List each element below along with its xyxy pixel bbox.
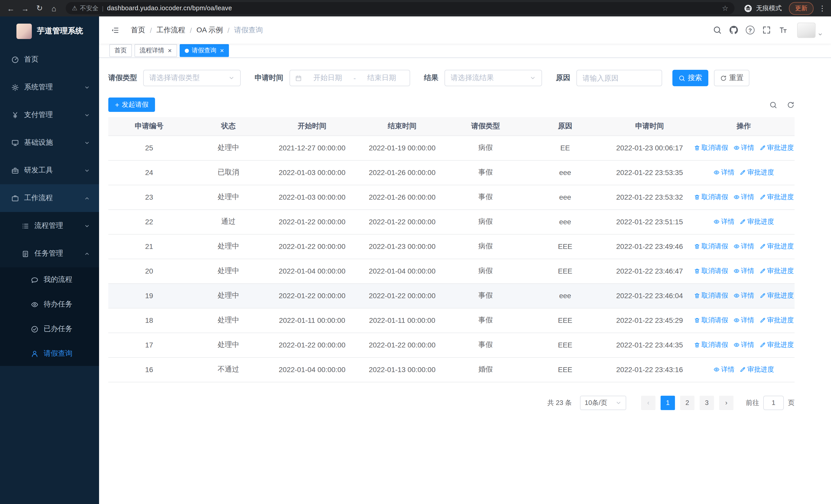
breadcrumb-item[interactable]: OA 示例 (197, 25, 223, 35)
tab-close-icon[interactable]: × (168, 47, 172, 54)
audit-progress-link[interactable]: 审批进度 (740, 168, 774, 177)
page-button-1[interactable]: 1 (661, 395, 675, 410)
audit-progress-link[interactable]: 审批进度 (740, 217, 774, 226)
detail-icon (733, 243, 739, 249)
user-icon (31, 350, 38, 357)
detail-link[interactable]: 详情 (733, 143, 754, 152)
browser-update-button[interactable]: 更新 (789, 2, 813, 14)
refresh-table-icon[interactable] (787, 101, 795, 109)
search-button[interactable]: 搜索 (672, 70, 708, 86)
reason-input[interactable] (577, 70, 662, 86)
page-button-3[interactable]: 3 (699, 395, 714, 410)
cell-apply-time: 2022-01-22 23:43:16 (606, 357, 693, 382)
font-size-icon[interactable] (779, 26, 787, 34)
home-icon[interactable]: ⌂ (47, 1, 61, 16)
filter-form: 请假类型 请选择请假类型 申请时间 开始日期 - 结束日期 结果 请选择流 (108, 70, 795, 86)
sidebar: 芋道管理系统 首页系统管理支付管理基础设施研发工具工作流程流程管理任务管理我的流… (0, 17, 99, 504)
detail-link[interactable]: 详情 (733, 291, 754, 300)
sidebar-item-task-management[interactable]: 任务管理 (0, 240, 99, 267)
detail-link[interactable]: 详情 (733, 316, 754, 325)
detail-link[interactable]: 详情 (733, 266, 754, 276)
sidebar-item-devtools[interactable]: 研发工具 (0, 156, 99, 184)
breadcrumb-item[interactable]: 首页 (131, 25, 145, 35)
forward-icon[interactable]: → (19, 1, 32, 16)
detail-link[interactable]: 详情 (713, 365, 735, 374)
sidebar-collapse-icon[interactable] (111, 26, 119, 34)
audit-progress-link[interactable]: 审批进度 (760, 316, 794, 325)
toggle-search-icon[interactable] (769, 101, 777, 109)
detail-link[interactable]: 详情 (733, 242, 754, 251)
url-text[interactable]: dashboard.yudao.iocoder.cn/bpm/oa/leave (107, 5, 718, 12)
detail-link[interactable]: 详情 (733, 192, 754, 202)
reload-icon[interactable]: ↻ (33, 1, 46, 16)
cell-status: 处理中 (190, 136, 267, 160)
sidebar-item-payment[interactable]: 支付管理 (0, 101, 99, 129)
pagination: 共 23 条 10条/页 ‹ 123 › 前往 页 (108, 395, 795, 410)
audit-progress-link[interactable]: 审批进度 (760, 291, 794, 300)
audit-progress-link[interactable]: 审批进度 (760, 143, 794, 152)
create-leave-button[interactable]: + 发起请假 (108, 97, 155, 112)
sidebar-item-workflow[interactable]: 工作流程 (0, 184, 99, 212)
cell-start-time: 2022-01-22 00:00:00 (267, 333, 357, 357)
goto-page-input[interactable] (763, 395, 784, 410)
sidebar-item-home[interactable]: 首页 (0, 46, 99, 73)
tab-process-detail[interactable]: 流程详情× (135, 44, 177, 57)
tab-leave-query[interactable]: 请假查询× (179, 44, 229, 57)
audit-progress-link[interactable]: 审批进度 (760, 266, 794, 276)
breadcrumb-separator: / (150, 26, 152, 34)
column-header: 原因 (524, 117, 606, 136)
audit-progress-link[interactable]: 审批进度 (760, 192, 794, 202)
fullscreen-icon[interactable] (762, 26, 771, 34)
reset-button[interactable]: 重置 (714, 70, 749, 86)
cancel-leave-link[interactable]: 取消请假 (694, 242, 728, 251)
page-size-select[interactable]: 10条/页 (580, 395, 626, 410)
cell-start-time: 2022-01-22 00:00:00 (267, 283, 357, 308)
page-button-2[interactable]: 2 (680, 395, 694, 410)
cancel-leave-link[interactable]: 取消请假 (694, 143, 728, 152)
cancel-leave-link[interactable]: 取消请假 (694, 192, 728, 202)
sidebar-item-infrastructure[interactable]: 基础设施 (0, 129, 99, 156)
apply-time-range-picker[interactable]: 开始日期 - 结束日期 (289, 70, 410, 86)
action-label: 审批进度 (767, 340, 794, 350)
cancel-leave-link[interactable]: 取消请假 (694, 316, 728, 325)
github-icon[interactable] (729, 26, 738, 34)
search-icon[interactable] (713, 26, 722, 34)
audit-progress-link[interactable]: 审批进度 (760, 242, 794, 251)
detail-link[interactable]: 详情 (713, 168, 735, 177)
cell-apply-time: 2022-01-22 23:49:46 (606, 234, 693, 259)
user-avatar-menu[interactable] (797, 22, 823, 38)
breadcrumb-item[interactable]: 工作流程 (156, 25, 185, 35)
result-select[interactable]: 请选择流结果 (445, 70, 542, 86)
sidebar-item-todo-tasks[interactable]: 待办任务 (0, 292, 99, 317)
cell-end-time: 2022-01-19 00:00:00 (357, 136, 447, 160)
tab-home[interactable]: 首页 (109, 44, 132, 57)
sidebar-item-leave-query[interactable]: 请假查询 (0, 341, 99, 366)
logo-avatar (17, 23, 32, 39)
action-label: 取消请假 (701, 291, 728, 300)
sidebar-item-my-process[interactable]: 我的流程 (0, 267, 99, 292)
cancel-leave-link[interactable]: 取消请假 (694, 340, 728, 350)
app-logo[interactable]: 芋道管理系统 (0, 17, 99, 46)
tab-close-icon[interactable]: × (220, 47, 224, 54)
detail-link[interactable]: 详情 (713, 217, 735, 226)
cancel-leave-link[interactable]: 取消请假 (694, 266, 728, 276)
prev-page-button[interactable]: ‹ (641, 395, 656, 410)
audit-progress-link[interactable]: 审批进度 (760, 340, 794, 350)
back-icon[interactable]: ← (4, 1, 18, 16)
security-warning[interactable]: ⚠ 不安全 (72, 4, 98, 12)
bookmark-star-icon[interactable]: ☆ (722, 4, 728, 12)
next-page-button[interactable]: › (719, 395, 734, 410)
help-icon[interactable]: ? (746, 26, 754, 34)
sidebar-item-done-tasks[interactable]: 已办任务 (0, 317, 99, 341)
action-label: 审批进度 (747, 365, 774, 374)
detail-link[interactable]: 详情 (733, 340, 754, 350)
cell-apply-id: 22 (108, 209, 190, 234)
sidebar-item-process-management[interactable]: 流程管理 (0, 212, 99, 240)
audit-progress-link[interactable]: 审批进度 (740, 365, 774, 374)
sidebar-item-system[interactable]: 系统管理 (0, 73, 99, 101)
leave-type-select[interactable]: 请选择请假类型 (143, 70, 241, 86)
browser-menu-icon[interactable]: ⋮ (818, 4, 827, 12)
cancel-leave-link[interactable]: 取消请假 (694, 291, 728, 300)
progress-icon (740, 169, 746, 176)
address-bar[interactable]: ⚠ 不安全 | dashboard.yudao.iocoder.cn/bpm/o… (66, 2, 735, 14)
